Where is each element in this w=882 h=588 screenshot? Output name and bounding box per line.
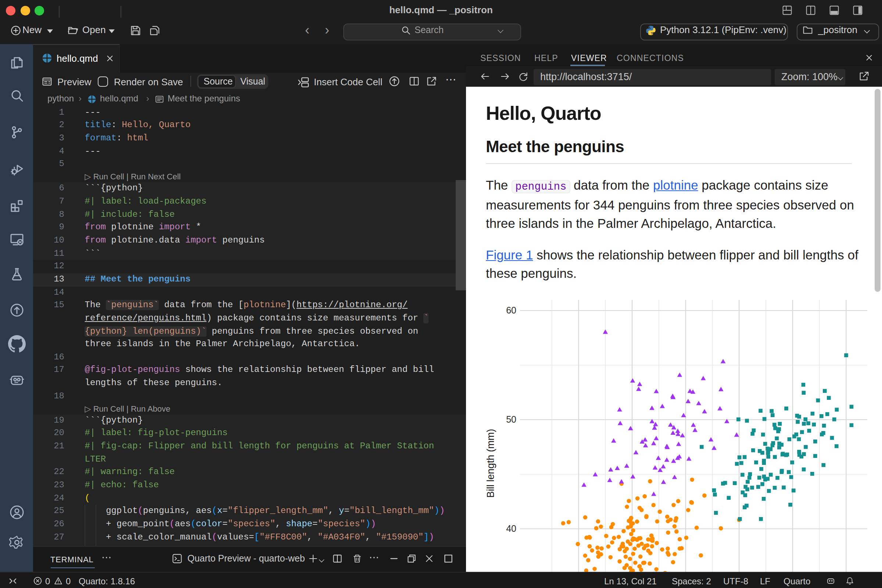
svg-text:Bill length (mm): Bill length (mm) — [485, 429, 496, 498]
svg-text:50: 50 — [506, 414, 516, 424]
svg-text:60: 60 — [506, 304, 516, 315]
svg-text:40: 40 — [506, 523, 516, 533]
